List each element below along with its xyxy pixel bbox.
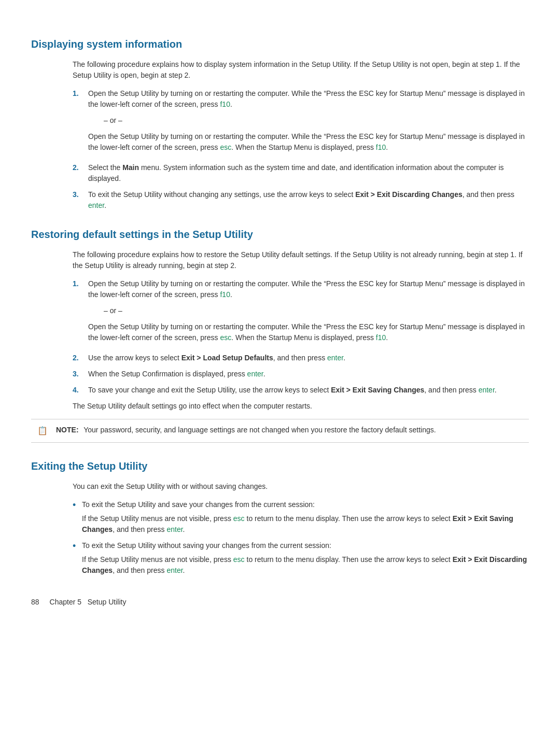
note-text: Your password, security, and language se… (83, 426, 436, 434)
step-2-2: 2. Use the arrow keys to select Exit > L… (73, 353, 529, 363)
step-2-alt: Open the Setup Utility by turning on or … (88, 321, 529, 343)
page-number: 88 (31, 597, 39, 608)
link-enter-5[interactable]: enter (166, 525, 183, 533)
step-number: 3. (73, 189, 88, 211)
bullet-intro-1: To exit the Setup Utility and save your … (82, 500, 315, 509)
document-body: Displaying system information The follow… (31, 36, 529, 608)
step-1-2: 2. Select the Main menu. System informat… (73, 162, 529, 184)
step-number: 1. (73, 88, 88, 157)
link-f10-3[interactable]: f10 (220, 290, 230, 299)
section-restoring-defaults: Restoring default settings in the Setup … (31, 227, 529, 443)
section-heading-2: Restoring default settings in the Setup … (31, 227, 529, 242)
step-1-3: 3. To exit the Setup Utility without cha… (73, 189, 529, 211)
note-label: NOTE: (56, 426, 79, 434)
link-esc-2[interactable]: esc (220, 333, 231, 342)
bullet-intro-2: To exit the Setup Utility without saving… (82, 541, 331, 550)
note-box: 📋 NOTE: Your password, security, and lan… (31, 419, 529, 443)
step-content: Select the Main menu. System information… (88, 162, 529, 184)
step-1-alt: Open the Setup Utility by turning on or … (88, 131, 529, 153)
link-enter-2[interactable]: enter (327, 354, 343, 362)
step-content: When the Setup Confirmation is displayed… (88, 369, 529, 379)
bullet-content-1: To exit the Setup Utility and save your … (82, 499, 529, 535)
bullet-sub-2: If the Setup Utility menus are not visib… (82, 554, 529, 576)
step-2-3: 3. When the Setup Confirmation is displa… (73, 369, 529, 379)
footer: 88 Chapter 5 Setup Utility (31, 597, 529, 608)
step-content: Open the Setup Utility by turning on or … (88, 278, 529, 347)
step-content: To exit the Setup Utility without changi… (88, 189, 529, 211)
section-1-steps: 1. Open the Setup Utility by turning on … (73, 88, 529, 211)
step-2-1: 1. Open the Setup Utility by turning on … (73, 278, 529, 347)
section-2-intro: The following procedure explains how to … (73, 249, 529, 271)
link-enter-3[interactable]: enter (247, 370, 263, 378)
step-number: 2. (73, 162, 88, 184)
link-f10-1[interactable]: f10 (220, 100, 230, 108)
bullet-sub-1: If the Setup Utility menus are not visib… (82, 513, 529, 535)
link-enter-6[interactable]: enter (166, 566, 183, 574)
section-1-intro: The following procedure explains how to … (73, 59, 529, 81)
or-divider-1: – or – (104, 115, 529, 126)
note-icon: 📋 (37, 425, 52, 437)
step-content: To save your change and exit the Setup U… (88, 385, 529, 396)
after-steps-text: The Setup Utility default settings go in… (73, 401, 529, 412)
bullet-item-2: • To exit the Setup Utility without savi… (73, 540, 529, 576)
step-number: 4. (73, 385, 88, 396)
link-f10-2[interactable]: f10 (376, 143, 386, 151)
step-number: 3. (73, 369, 88, 379)
section-2-steps: 1. Open the Setup Utility by turning on … (73, 278, 529, 396)
bullet-content-2: To exit the Setup Utility without saving… (82, 540, 529, 576)
bullet-item-1: • To exit the Setup Utility and save you… (73, 499, 529, 535)
step-2-4: 4. To save your change and exit the Setu… (73, 385, 529, 396)
chapter-label: Chapter 5 Setup Utility (50, 597, 127, 608)
link-esc-1[interactable]: esc (220, 143, 231, 151)
link-f10-4[interactable]: f10 (376, 333, 386, 342)
bullet-dot-1: • (73, 499, 82, 511)
section-exiting-setup: Exiting the Setup Utility You can exit t… (31, 458, 529, 576)
note-content: NOTE: Your password, security, and langu… (56, 425, 436, 435)
bullet-dot-2: • (73, 540, 82, 552)
step-text: Open the Setup Utility by turning on or … (88, 89, 525, 108)
link-enter-4[interactable]: enter (479, 386, 495, 394)
section-3-intro: You can exit the Setup Utility with or w… (73, 481, 529, 492)
step-number: 2. (73, 353, 88, 363)
link-esc-3[interactable]: esc (233, 514, 245, 523)
section-displaying-system-info: Displaying system information The follow… (31, 36, 529, 211)
step-content: Open the Setup Utility by turning on or … (88, 88, 529, 157)
exit-bullet-list: • To exit the Setup Utility and save you… (73, 499, 529, 576)
link-esc-4[interactable]: esc (233, 555, 245, 564)
step-1-1: 1. Open the Setup Utility by turning on … (73, 88, 529, 157)
link-enter-1[interactable]: enter (88, 201, 104, 209)
step-number: 1. (73, 278, 88, 347)
step-content: Use the arrow keys to select Exit > Load… (88, 353, 529, 363)
or-divider-2: – or – (104, 305, 529, 316)
section-heading-3: Exiting the Setup Utility (31, 458, 529, 474)
section-heading-1: Displaying system information (31, 36, 529, 52)
